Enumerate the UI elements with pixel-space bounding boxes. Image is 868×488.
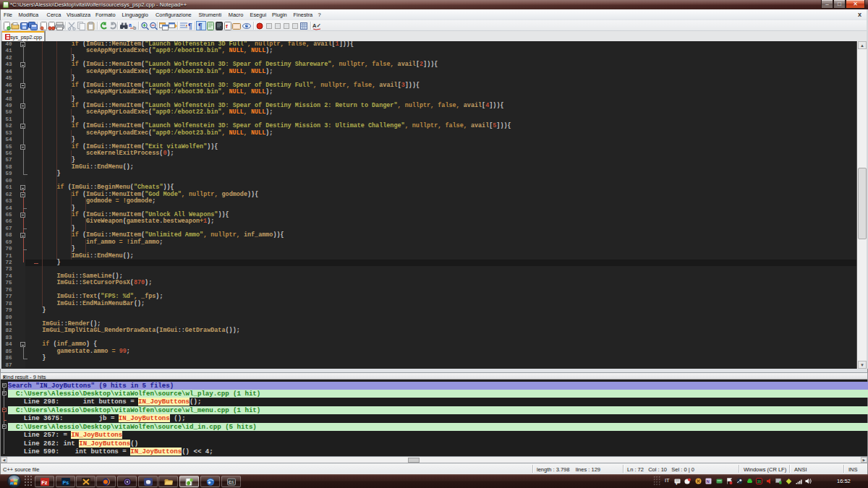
- svg-text:N: N: [707, 479, 710, 484]
- svg-text:Ps: Ps: [63, 480, 69, 485]
- svg-text:A✓: A✓: [312, 22, 321, 29]
- svg-text:C:\: C:\: [229, 480, 234, 484]
- svg-text:Fz: Fz: [41, 479, 48, 486]
- svg-text:b: b: [133, 25, 136, 30]
- svg-text:a: a: [129, 22, 132, 27]
- svg-text:f: f: [226, 23, 228, 30]
- svg-text:¶: ¶: [188, 22, 192, 30]
- svg-text:36: 36: [757, 479, 762, 484]
- svg-text:¶: ¶: [198, 22, 203, 30]
